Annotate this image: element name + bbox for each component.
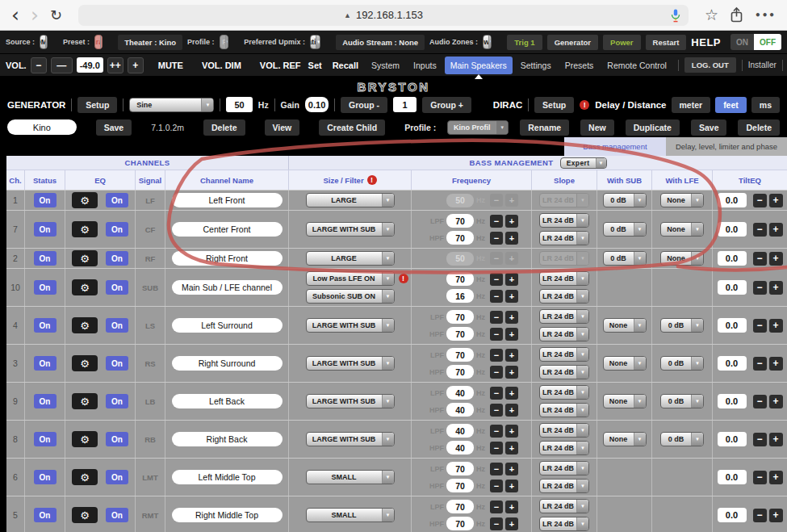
eq-settings-button[interactable]: ⚙ — [72, 279, 98, 295]
preset-save-button[interactable]: Save — [96, 119, 132, 136]
frequency-decrement-button[interactable]: − — [490, 328, 503, 341]
frequency-increment-button[interactable]: + — [505, 404, 518, 417]
frequency-input[interactable]: 70 — [446, 310, 474, 324]
help-toggle[interactable]: ONOFF — [730, 34, 781, 50]
frequency-decrement-button[interactable]: − — [490, 215, 503, 228]
eq-settings-button[interactable]: ⚙ — [72, 469, 98, 485]
channel-name-input[interactable]: Left Back — [172, 394, 283, 408]
frequency-increment-button[interactable]: + — [505, 517, 518, 530]
eq-on-button[interactable]: On — [106, 508, 128, 522]
upmix-select[interactable]: Native▼ — [310, 35, 320, 49]
channel-name-input[interactable]: Right Surround — [172, 356, 283, 371]
tab-remote-control[interactable]: Remote Control — [601, 57, 672, 74]
channel-name-input[interactable]: Left Surround — [172, 318, 283, 333]
eq-settings-button[interactable]: ⚙ — [72, 431, 98, 447]
status-on-button[interactable]: On — [34, 394, 57, 408]
slope-select[interactable]: LR 24 dB▼ — [539, 213, 589, 228]
frequency-input[interactable]: 40 — [446, 386, 474, 400]
slope-select[interactable]: LR 24 dB▼ — [539, 327, 589, 341]
frequency-input[interactable]: 70 — [446, 462, 474, 475]
tilteq-decrement-button[interactable]: − — [753, 252, 767, 266]
slope-select[interactable]: LR 24 dB▼ — [539, 289, 589, 304]
frequency-decrement-button[interactable]: − — [490, 232, 503, 245]
dirac-setup-button[interactable]: Setup — [534, 97, 574, 113]
help-on-option[interactable]: ON — [730, 34, 754, 50]
tab-system[interactable]: System — [366, 57, 405, 74]
preset-name-input[interactable]: Kino — [7, 119, 77, 135]
slope-select[interactable]: LR 24 dB▼ — [539, 271, 589, 286]
forward-icon[interactable]: › — [31, 5, 39, 25]
frequency-increment-button[interactable]: + — [505, 366, 518, 379]
status-on-button[interactable]: On — [34, 222, 57, 237]
slope-select[interactable]: LR 24 dB▼ — [539, 231, 589, 245]
tilteq-input[interactable]: 0.0 — [718, 432, 747, 446]
channel-name-input[interactable]: Right Back — [172, 432, 283, 446]
tab-presets[interactable]: Presets — [559, 57, 600, 74]
frequency-input[interactable]: 70 — [446, 479, 474, 492]
frequency-increment-button[interactable]: + — [505, 387, 518, 400]
slope-select[interactable]: LR 24 dB▼ — [539, 309, 589, 324]
frequency-input[interactable]: 70 — [446, 272, 474, 286]
more-menu-icon[interactable]: ••• — [755, 10, 776, 20]
size-filter-select[interactable]: LARGE WITH SUB▼ — [306, 394, 395, 408]
size-filter-select[interactable]: LARGE▼ — [306, 251, 395, 266]
tilteq-increment-button[interactable]: + — [769, 319, 783, 333]
volume-big-decrement-button[interactable]: — — [51, 57, 73, 73]
frequency-increment-button[interactable]: + — [505, 311, 518, 324]
tilteq-input[interactable]: 0.0 — [718, 356, 747, 371]
size-filter-select[interactable]: Low Pass LFE ON▼ — [306, 271, 395, 286]
profile-duplicate-button[interactable]: Duplicate — [626, 119, 680, 136]
slope-select[interactable]: LR 24 dB▼ — [539, 499, 589, 513]
frequency-increment-button[interactable]: + — [505, 480, 518, 492]
eq-on-button[interactable]: On — [106, 470, 128, 484]
slope-select[interactable]: LR 24 dB▼ — [539, 423, 589, 438]
tilteq-input[interactable]: 0.0 — [718, 470, 747, 484]
status-on-button[interactable]: On — [34, 356, 57, 371]
tilteq-input[interactable]: 0.0 — [718, 280, 747, 295]
group-plus-button[interactable]: Group + — [422, 97, 471, 113]
tab-bass-management[interactable]: Bass management — [564, 137, 666, 156]
channel-name-input[interactable]: Left Middle Top — [172, 470, 283, 484]
status-on-button[interactable]: On — [34, 280, 57, 295]
frequency-input[interactable]: 16 — [446, 289, 474, 303]
channel-name-input[interactable]: Center Front — [172, 222, 283, 237]
tilteq-decrement-button[interactable]: − — [753, 395, 767, 408]
group-minus-button[interactable]: Group - — [341, 97, 387, 113]
slope-select[interactable]: LR 24 dB▼ — [539, 365, 589, 379]
trig1-button[interactable]: Trig 1 — [507, 35, 542, 50]
frequency-increment-button[interactable]: + — [505, 349, 518, 362]
eq-on-button[interactable]: On — [106, 356, 128, 371]
tilteq-increment-button[interactable]: + — [769, 471, 783, 484]
tab-main-speakers[interactable]: Main Speakers — [445, 57, 513, 74]
size-filter-select[interactable]: LARGE WITH SUB▼ — [306, 356, 395, 371]
frequency-input[interactable]: 70 — [446, 231, 474, 245]
frequency-increment-button[interactable]: + — [505, 328, 518, 341]
vol-ref-recall-button[interactable]: Recall — [329, 61, 362, 70]
frequency-decrement-button[interactable]: − — [490, 463, 503, 475]
frequency-decrement-button[interactable]: − — [490, 387, 503, 400]
with-lfe-select[interactable]: 0 dB▼ — [660, 394, 704, 408]
frequency-input[interactable]: 70 — [446, 214, 474, 228]
unit-meter-button[interactable]: meter — [672, 97, 711, 113]
reload-icon[interactable]: ↻ — [50, 8, 62, 23]
tilteq-input[interactable]: 0.0 — [718, 251, 747, 266]
status-on-button[interactable]: On — [34, 251, 57, 266]
logout-button[interactable]: LOG. OUT — [684, 57, 736, 73]
tilteq-decrement-button[interactable]: − — [753, 509, 767, 522]
waveform-select[interactable]: Sine▼ — [129, 98, 214, 112]
channel-name-input[interactable]: Right Front — [172, 251, 283, 266]
frequency-decrement-button[interactable]: − — [490, 311, 503, 324]
power-button[interactable]: Power — [603, 35, 641, 50]
frequency-increment-button[interactable]: + — [505, 290, 518, 303]
frequency-increment-button[interactable]: + — [505, 463, 518, 475]
profile-select[interactable]: Kino Profil▼ — [447, 120, 509, 135]
profile-save-button[interactable]: Save — [691, 119, 727, 136]
with-sub-select[interactable]: None▼ — [603, 356, 647, 371]
preset-view-button[interactable]: View — [265, 119, 300, 136]
with-sub-select[interactable]: None▼ — [603, 394, 647, 408]
installer-link[interactable]: Installer — [748, 61, 777, 69]
group-number-input[interactable]: 1 — [393, 97, 417, 112]
size-filter-select[interactable]: LARGE▼ — [306, 193, 395, 207]
tilteq-decrement-button[interactable]: − — [753, 471, 767, 484]
frequency-decrement-button[interactable]: − — [490, 366, 503, 379]
